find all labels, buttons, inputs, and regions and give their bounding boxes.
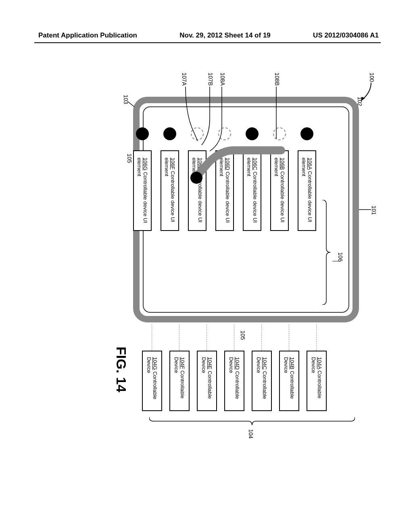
ui-element-106f: 106F Controllable device UI element — [161, 150, 179, 231]
ref-105-inner: 105 — [126, 154, 133, 163]
ref-108b: 108B — [274, 73, 280, 86]
brace-104 — [149, 415, 355, 427]
ref-107a: 107A — [181, 73, 188, 86]
conn-a — [316, 324, 317, 351]
header-right: US 2012/0304086 A1 — [313, 31, 379, 39]
status-icon-c — [246, 127, 259, 140]
ui-element-106g: 106G Controllable device UI element — [133, 150, 152, 231]
line-107b — [200, 87, 212, 147]
ref-104: 104 — [248, 429, 254, 438]
ui-row-f: 106F Controllable device UI element — [161, 127, 179, 231]
ref-108a: 108A — [219, 73, 226, 86]
header-rule — [34, 42, 381, 43]
ref-101: 101 — [371, 206, 377, 215]
device-104e: 104E Controllable Device — [197, 351, 217, 411]
line-103 — [127, 101, 135, 109]
ref-105: 105 — [240, 330, 246, 340]
conn-g — [152, 324, 152, 351]
status-icon-a — [300, 127, 313, 140]
conn-e — [206, 324, 207, 351]
header-left: Patent Application Publication — [38, 31, 137, 39]
status-icon-g — [136, 127, 149, 140]
ui-row-g: 106G Controllable device UI element — [133, 127, 152, 231]
diagram: 100 101 102 106 — [97, 73, 379, 484]
brace-106 — [320, 200, 332, 305]
line-101 — [357, 209, 371, 210]
device-104b: 104B Controllable Device — [279, 351, 299, 411]
display-panel: 106 106A Controllable device UI element … — [143, 106, 349, 313]
device-104d: 104D Controllable Device — [224, 351, 244, 411]
ref-107b: 107B — [207, 73, 214, 86]
figure-14: 100 101 102 106 — [0, 105, 411, 451]
header-center: Nov. 29, 2012 Sheet 14 of 19 — [179, 31, 271, 39]
ui-row-a: 106A Controllable device UI element — [298, 127, 316, 231]
line-106 — [332, 260, 340, 262]
line-108b — [274, 87, 278, 139]
conn-b — [289, 324, 289, 351]
status-icon-f — [163, 127, 176, 140]
device-104f: 104F Controllable Device — [169, 351, 190, 411]
swipe-gesture — [189, 145, 286, 194]
svg-point-5 — [190, 172, 202, 184]
line-107a — [184, 87, 198, 143]
conn-d — [234, 324, 234, 351]
device-104c: 104C Controllable Device — [252, 351, 272, 411]
device-104a: 104A Controllable Device — [307, 351, 327, 411]
figure-label: FIG. 14 — [113, 347, 129, 392]
conn-f — [179, 324, 179, 351]
page-header: Patent Application Publication Nov. 29, … — [0, 31, 413, 39]
conn-c — [261, 324, 262, 351]
ui-element-106a: 106A Controllable device UI element — [298, 150, 316, 231]
touch-device: 106 106A Controllable device UI element … — [133, 97, 359, 322]
device-104g: 104G Controllable Device — [142, 351, 162, 411]
svg-line-6 — [128, 102, 134, 107]
